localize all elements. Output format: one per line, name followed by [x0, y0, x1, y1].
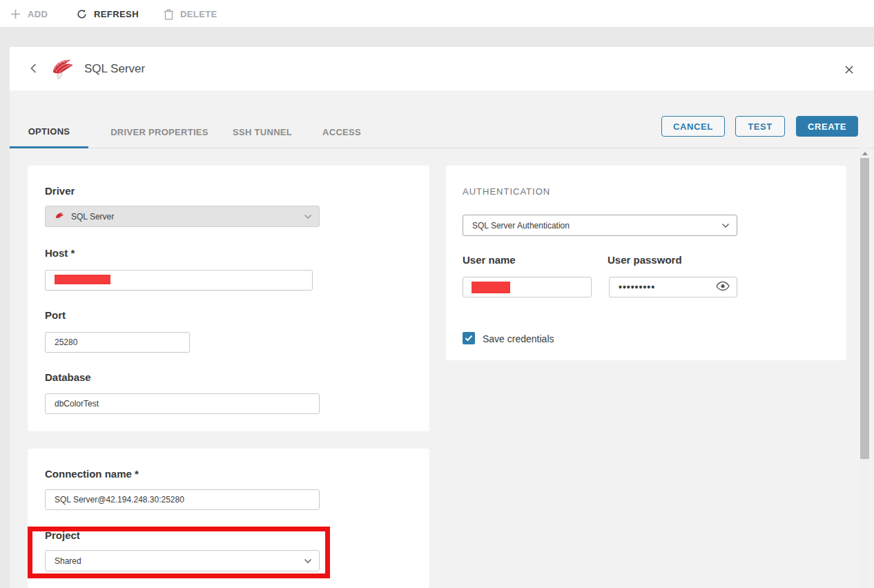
driver-select-value: SQL Server — [71, 212, 114, 222]
create-button-label: CREATE — [808, 121, 846, 132]
tab-access[interactable]: ACCESS — [307, 116, 377, 148]
driver-label: Driver — [45, 185, 75, 197]
redacted-username-value — [472, 282, 510, 293]
tab-options[interactable]: OPTIONS — [10, 116, 88, 148]
port-input[interactable] — [45, 332, 190, 353]
authentication-card: AUTHENTICATION SQL Server Authentication… — [446, 166, 846, 360]
save-credentials-label: Save credentials — [483, 333, 554, 344]
password-dots: ••••••••• — [619, 282, 655, 293]
vertical-scrollbar-thumb[interactable] — [860, 158, 869, 459]
close-icon[interactable] — [842, 63, 856, 77]
cloudbeaver-connection-dialog: ADD REFRESH DELETE — [0, 0, 874, 588]
add-button-label: ADD — [28, 9, 48, 19]
authentication-heading: AUTHENTICATION — [463, 186, 550, 197]
project-select-value: Shared — [55, 556, 81, 566]
redacted-host-value — [55, 275, 110, 284]
connection-naming-card: Connection name * Project Shared — [28, 449, 429, 588]
cancel-button-label: CANCEL — [673, 121, 713, 132]
refresh-button[interactable]: REFRESH — [76, 0, 139, 28]
host-label: Host * — [45, 247, 75, 259]
password-label: User password — [608, 254, 682, 266]
driver-select[interactable]: SQL Server — [45, 206, 320, 227]
sql-server-mini-icon — [55, 211, 65, 222]
tab-ssh-tunnel-label: SSH TUNNEL — [233, 127, 292, 137]
chevron-down-icon — [721, 221, 730, 231]
refresh-icon — [76, 8, 88, 20]
tab-options-label: OPTIONS — [28, 126, 70, 137]
add-button[interactable]: ADD — [10, 0, 48, 28]
chevron-down-icon — [304, 556, 312, 566]
test-button[interactable]: TEST — [735, 116, 785, 137]
project-label: Project — [45, 529, 80, 541]
scrollbar-up-arrow-icon[interactable] — [862, 152, 868, 155]
password-input[interactable]: ••••••••• — [609, 277, 737, 297]
port-label: Port — [45, 309, 66, 321]
auth-method-select[interactable]: SQL Server Authentication — [463, 215, 737, 236]
username-label: User name — [463, 254, 516, 266]
database-input[interactable] — [45, 393, 320, 414]
tab-driver-properties-label: DRIVER PROPERTIES — [110, 127, 208, 137]
eye-icon[interactable] — [715, 281, 730, 294]
connection-dialog-panel: SQL Server OPTIONS DRIVER PROPERTIES SSH… — [10, 47, 874, 588]
delete-button-label: DELETE — [180, 9, 217, 19]
top-toolbar: ADD REFRESH DELETE — [0, 0, 874, 28]
dialog-title: SQL Server — [84, 62, 145, 76]
connection-options-card: Driver SQL Server Host * — [28, 166, 429, 431]
connection-name-input[interactable] — [45, 489, 320, 510]
tab-driver-properties[interactable]: DRIVER PROPERTIES — [101, 116, 218, 148]
test-button-label: TEST — [748, 121, 773, 132]
trash-icon — [164, 8, 174, 20]
refresh-button-label: REFRESH — [94, 9, 139, 19]
cancel-button[interactable]: CANCEL — [661, 116, 725, 137]
project-select[interactable]: Shared — [45, 550, 320, 571]
tab-ssh-tunnel[interactable]: SSH TUNNEL — [218, 116, 307, 148]
delete-button[interactable]: DELETE — [164, 0, 217, 28]
chevron-down-icon — [304, 212, 312, 222]
plus-icon — [10, 8, 21, 20]
tab-access-label: ACCESS — [322, 127, 361, 137]
dialog-header: SQL Server — [10, 47, 874, 90]
create-button[interactable]: CREATE — [796, 116, 858, 137]
auth-method-value: SQL Server Authentication — [472, 221, 570, 231]
database-label: Database — [45, 371, 91, 383]
connection-name-label: Connection name * — [45, 468, 139, 480]
save-credentials-checkbox[interactable] — [463, 332, 475, 344]
back-button[interactable] — [26, 61, 41, 76]
sql-server-logo-icon — [50, 56, 76, 82]
